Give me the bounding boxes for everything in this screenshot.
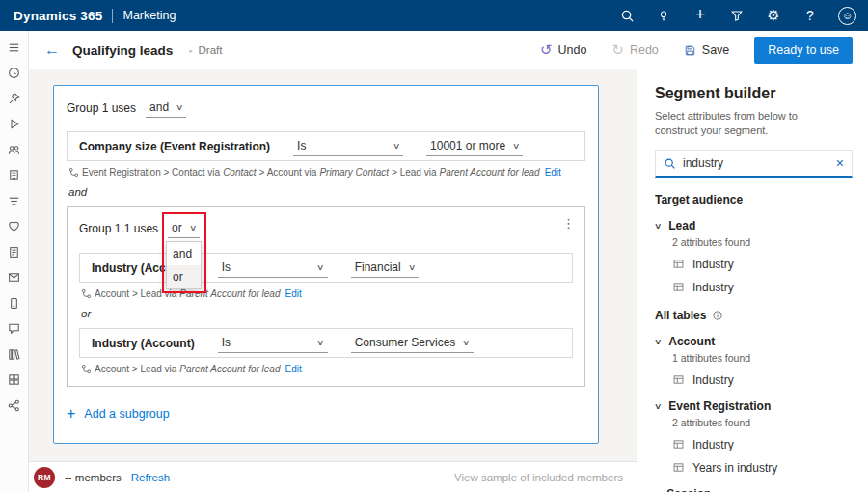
- relationship-path: Account > Lead via Parent Account for le…: [81, 288, 573, 299]
- group-1-header: Group 1 uses and ∨: [67, 98, 585, 118]
- condition-row-industry-consumer-services[interactable]: Industry (Account) Is ∨ Consumer Service…: [79, 328, 573, 358]
- settings-gear-icon[interactable]: ⚙: [765, 7, 782, 24]
- redo-button[interactable]: ↻ Redo: [611, 41, 658, 59]
- chevron-down-icon: ∨: [512, 141, 520, 150]
- attribute-icon: [672, 258, 685, 270]
- path-entity: Parent Account for lead: [440, 167, 540, 178]
- group-1-operator-dropdown[interactable]: and ∨: [146, 98, 186, 118]
- tree-group-lead-toggle[interactable]: ∨ Lead: [655, 219, 853, 232]
- search-input[interactable]: [683, 156, 829, 170]
- group-1-1-label: Group 1.1 uses: [79, 222, 158, 235]
- attribute-icon: [672, 461, 685, 474]
- attribute-item-industry[interactable]: Industry: [672, 373, 853, 387]
- user-avatar-icon[interactable]: ☺: [838, 7, 856, 25]
- recent-clock-icon[interactable]: [7, 66, 22, 81]
- attributes-count: 1 attributes found: [672, 352, 853, 364]
- condition-operator-dropdown[interactable]: Is ∨: [218, 259, 328, 278]
- avatar[interactable]: RM: [34, 467, 55, 488]
- condition-value-dropdown[interactable]: Consumer Services ∨: [351, 334, 474, 353]
- plus-icon: +: [67, 406, 75, 422]
- heart-icon[interactable]: [7, 219, 22, 234]
- search-icon[interactable]: [618, 7, 636, 24]
- add-icon[interactable]: +: [692, 6, 709, 23]
- attribute-search-box: ×: [655, 150, 853, 178]
- filter-icon[interactable]: [728, 7, 746, 24]
- refresh-link[interactable]: Refresh: [131, 472, 170, 483]
- chevron-down-icon: ∨: [393, 141, 400, 150]
- condition-operator-dropdown[interactable]: Is ∨: [218, 334, 328, 353]
- condition-value-dropdown[interactable]: 10001 or more ∨: [426, 137, 523, 156]
- path-entity: Contact: [223, 167, 256, 178]
- group-1-operator-value: and: [149, 100, 169, 114]
- add-subgroup-button[interactable]: + Add a subgroup: [67, 406, 585, 422]
- operator-option-and[interactable]: and: [167, 242, 201, 265]
- condition-field-label: Company size (Event Registration): [79, 140, 270, 153]
- attribute-item-industry[interactable]: Industry: [672, 438, 853, 451]
- share-network-icon[interactable]: [7, 397, 22, 413]
- attribute-item-industry[interactable]: Industry: [672, 258, 853, 271]
- dynamics-365-brand[interactable]: Dynamics 365: [14, 9, 102, 23]
- more-options-icon[interactable]: ⋮: [562, 216, 575, 231]
- condition-row-industry-financial[interactable]: Industry (Account) Is ∨ Financial ∨: [79, 253, 573, 283]
- chat-icon[interactable]: [7, 321, 22, 337]
- attribute-item-industry[interactable]: Industry: [672, 281, 853, 294]
- email-icon[interactable]: [7, 270, 22, 286]
- attributes-count: 2 attributes found: [672, 417, 853, 428]
- undo-button[interactable]: ↺ Undo: [540, 41, 586, 59]
- tree-group-name: Session: [666, 487, 711, 492]
- tree-group-account-toggle[interactable]: ∨ Account: [655, 335, 853, 348]
- play-icon[interactable]: [7, 117, 22, 132]
- group-1-1-operator-dropdown[interactable]: or ∨: [168, 219, 200, 238]
- mobile-phone-icon[interactable]: [7, 295, 22, 311]
- library-books-icon[interactable]: [7, 346, 22, 362]
- operator-value: Is: [222, 260, 231, 274]
- chevron-down-icon: ∨: [176, 102, 183, 112]
- brand-divider: [112, 9, 113, 23]
- attribute-label: Industry: [692, 281, 734, 294]
- tree-group-event-toggle[interactable]: ∨ Event Registration: [655, 399, 853, 413]
- edit-link[interactable]: Edit: [545, 167, 561, 178]
- group-1-label: Group 1 uses: [67, 101, 136, 115]
- edit-link[interactable]: Edit: [285, 364, 301, 374]
- value-text: 10001 or more: [430, 139, 505, 152]
- info-icon[interactable]: [712, 310, 723, 321]
- ready-to-use-button[interactable]: Ready to use: [754, 37, 853, 64]
- group-1-1-operator-value: or: [172, 221, 182, 234]
- tree-group-session-toggle[interactable]: › Session: [655, 487, 853, 492]
- operator-option-or[interactable]: or: [167, 265, 201, 288]
- pin-icon[interactable]: [7, 91, 22, 106]
- back-arrow-icon[interactable]: ←: [44, 41, 60, 59]
- edit-link[interactable]: Edit: [285, 288, 301, 299]
- relationship-icon: [81, 288, 92, 299]
- lightbulb-icon[interactable]: [655, 7, 672, 24]
- condition-operator-dropdown[interactable]: Is ∨: [293, 137, 403, 156]
- building-icon[interactable]: [7, 168, 22, 183]
- save-button[interactable]: Save: [684, 43, 730, 57]
- filter-lines-icon[interactable]: [7, 193, 22, 208]
- path-entity: Primary Contact: [319, 167, 389, 178]
- app-name[interactable]: Marketing: [122, 9, 176, 22]
- group-1-1-container: ⋮ Group 1.1 uses or ∨ and or Industry (A…: [67, 206, 585, 387]
- operator-dropdown-menu: and or: [166, 241, 202, 289]
- chevron-down-icon: ∨: [316, 262, 324, 272]
- people-icon[interactable]: [7, 142, 22, 157]
- search-icon: [664, 157, 676, 170]
- attribute-label: Industry: [692, 373, 734, 387]
- form-page-icon[interactable]: [7, 244, 22, 260]
- tree-group-name: Event Registration: [668, 399, 771, 413]
- status-dot-icon: ●: [188, 47, 192, 54]
- path-text: Account > Lead via: [95, 364, 176, 374]
- condition-value-dropdown[interactable]: Financial ∨: [351, 259, 419, 278]
- condition-field-label: Industry (Account): [92, 337, 195, 350]
- condition-row-company-size[interactable]: Company size (Event Registration) Is ∨ 1…: [67, 131, 585, 161]
- menu-icon[interactable]: [7, 40, 22, 55]
- relationship-path: Event Registration > Contact via Contact…: [68, 167, 585, 178]
- chevron-right-icon: ›: [655, 489, 659, 492]
- attribute-item-years-in-industry[interactable]: Years in industry: [672, 461, 853, 475]
- apps-grid-icon[interactable]: [7, 372, 22, 388]
- relationship-icon: [68, 167, 79, 178]
- chevron-down-icon: ∨: [654, 221, 662, 231]
- help-icon[interactable]: ?: [801, 7, 819, 24]
- redo-icon: ↻: [611, 41, 624, 59]
- clear-search-icon[interactable]: ×: [836, 156, 844, 170]
